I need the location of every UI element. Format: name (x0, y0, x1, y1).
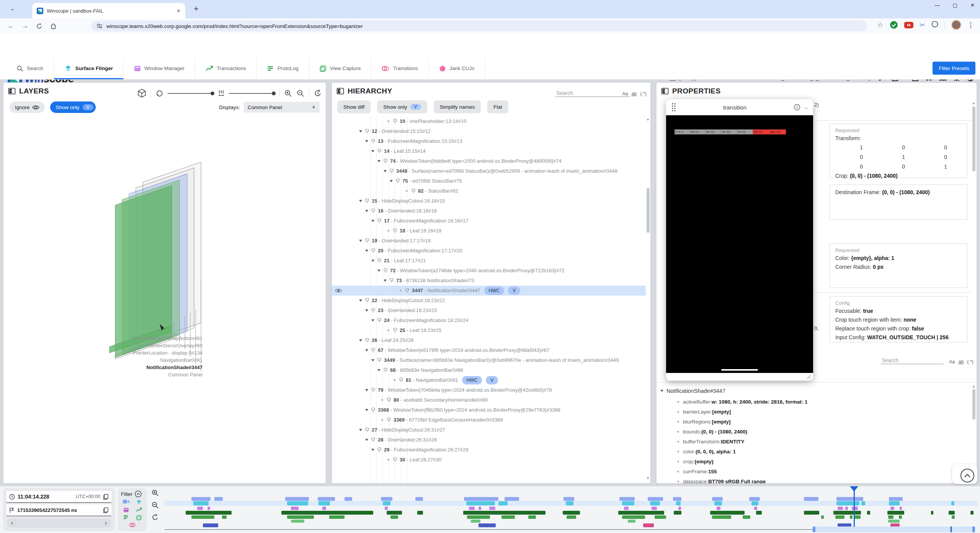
back-icon[interactable]: ← (8, 22, 14, 30)
tree-node-23[interactable]: 23 - OneHanded:18:23#23 (332, 306, 646, 316)
tree-node-73[interactable]: 73 - 8736138 NotificationShade#73 (332, 276, 646, 286)
trace-segment-transactions[interactable] (833, 511, 861, 515)
trace-segment-transactions[interactable] (417, 511, 423, 515)
url-bar[interactable]: winscope.teams.x20web.corp.google.com/pr… (91, 21, 867, 31)
spacing-slider[interactable] (229, 93, 275, 94)
trace-segment-protolog[interactable] (821, 515, 824, 519)
trace-segment-surface-flinger[interactable] (836, 501, 859, 505)
expand-caret-icon[interactable] (359, 299, 362, 302)
expand-caret-icon[interactable] (359, 130, 362, 132)
trace-segment-window-manager[interactable] (197, 507, 203, 510)
trace-segment-window-manager[interactable] (845, 507, 848, 510)
trace-segment-protolog[interactable] (222, 515, 227, 519)
property-row-color[interactable]: color: (0, 0, 0), alpha: 1 (677, 446, 971, 456)
trace-segment-window-manager[interactable] (652, 507, 657, 510)
trace-segment-surface-flinger[interactable] (889, 501, 900, 505)
tree-node-16[interactable]: 16 - OneHanded:16:16#16 (332, 206, 646, 216)
trace-segment-screen-recording[interactable] (191, 497, 211, 501)
close-icon[interactable]: ✕ (970, 2, 975, 8)
trace-segment-screen-recording[interactable] (285, 497, 309, 501)
trace-segment-transactions[interactable] (387, 511, 402, 515)
hierarchy-button-show-diff[interactable]: Show diff (337, 100, 371, 113)
property-row-currFrame[interactable]: currFrame: 155 (677, 466, 971, 476)
nav-tab-transactions[interactable]: Transactions (195, 57, 257, 79)
maximize-icon[interactable]: ▢ (953, 2, 957, 8)
trace-segment-transactions[interactable] (618, 511, 664, 515)
tree-node-14[interactable]: 14 - Leaf:15:15#14 (332, 146, 646, 156)
scroll-up-icon[interactable]: ▲ (972, 384, 975, 388)
layer-rect-label[interactable]: NavigationBar0#81 (160, 357, 203, 363)
expand-caret-icon[interactable] (377, 270, 381, 272)
hierarchy-button-show-only[interactable]: Show onlyV (377, 100, 427, 113)
trace-segment-window-manager[interactable] (385, 507, 388, 510)
tree-node-3448[interactable]: 3448 - Surface(name=ed70f88 StatusBar)/@… (332, 166, 646, 176)
scroll-down-icon[interactable]: ▼ (646, 476, 650, 480)
tree-node-27[interactable]: 27 - HideDisplayCutout:26:31#27 (332, 425, 646, 435)
tree-node-26[interactable]: 26 - Leaf:24:25#26 (332, 335, 646, 345)
trace-segment-protolog[interactable] (952, 515, 955, 519)
surface-flinger-trace-icon[interactable] (136, 499, 142, 505)
trace-segment-protolog[interactable] (743, 515, 750, 519)
properties-scrollbar[interactable] (972, 106, 975, 172)
property-row-barrierLayer[interactable]: barrierLayer: [empty] (677, 407, 971, 417)
view-capture-trace-icon[interactable] (136, 515, 142, 520)
tree-node-82[interactable]: 82 - StatusBar#82 (332, 186, 646, 196)
next-frame-button[interactable]: › (105, 520, 107, 526)
trace-segment-window-manager[interactable] (900, 507, 902, 510)
window-manager-trace-icon[interactable] (123, 507, 129, 513)
trace-segment-protolog[interactable] (287, 515, 314, 519)
expand-caret-icon[interactable] (371, 150, 374, 152)
properties-search-input[interactable] (881, 357, 944, 364)
expand-caret-icon[interactable] (359, 240, 362, 242)
panel-icon[interactable] (336, 87, 344, 95)
expand-caret-icon[interactable] (365, 309, 368, 312)
layer-rect-label[interactable]: NotificationShade#3447 (146, 365, 203, 370)
trace-segment-protolog[interactable] (390, 515, 398, 519)
timeline-cursor-handle[interactable] (850, 486, 858, 492)
expand-caret-icon[interactable] (359, 200, 362, 202)
trace-segment-screen-recording[interactable] (836, 497, 863, 501)
transactions-trace-icon[interactable] (136, 507, 142, 512)
trace-segment-view-capture[interactable] (628, 520, 635, 523)
trace-segment-protolog[interactable] (888, 515, 893, 519)
trace-segment-transactions[interactable] (463, 511, 546, 515)
trace-segment-screen-recording[interactable] (415, 497, 423, 501)
trace-segment-window-manager[interactable] (207, 507, 210, 510)
trace-segment-window-manager[interactable] (890, 507, 894, 510)
tree-node-18[interactable]: 18 - Leaf:16:16#18 (332, 226, 646, 236)
tree-node-74[interactable]: 74 - WindowToken{fdddbe6 type=2000 andro… (332, 156, 646, 166)
trace-segment-protolog[interactable] (854, 515, 861, 519)
trace-segment-screen-recording[interactable] (214, 497, 223, 501)
tree-node-3447[interactable]: 3447 - NotificationShade#3447HWCV (332, 286, 646, 296)
trace-segment-protolog[interactable] (835, 515, 844, 519)
nav-tab-window-manager[interactable]: Window Manager (124, 57, 195, 79)
layer-rect-label[interactable]: Common Panel (168, 372, 203, 378)
trace-segment-view-capture[interactable] (888, 520, 900, 523)
trace-segment-screen-recording[interactable] (712, 497, 723, 501)
scroll-up-icon[interactable]: ▲ (646, 117, 650, 121)
tree-node-21[interactable]: 21 - Leaf:17:17#21 (332, 256, 646, 266)
collapse-caret[interactable] (660, 390, 663, 392)
expand-caret-icon[interactable] (359, 429, 362, 431)
match-case-toggle[interactable]: Aa (622, 91, 628, 96)
trace-segment-window-manager[interactable] (678, 507, 681, 510)
tree-node-22[interactable]: 22 - HideDisplayCutout:18:23#22 (332, 296, 646, 306)
resize-handle-icon[interactable] (807, 374, 811, 379)
expand-caret-icon[interactable] (371, 220, 374, 222)
trace-segment-surface-flinger[interactable] (466, 501, 495, 505)
trace-segment-transactions[interactable] (674, 511, 681, 515)
trace-segment-transactions[interactable] (867, 511, 870, 515)
trace-segment-transitions[interactable] (203, 523, 218, 527)
expand-caret-icon[interactable] (384, 170, 387, 172)
tree-node-3449[interactable]: 3449 - Surface(name=885b63e NavigationBa… (332, 355, 646, 365)
trace-segment-surface-flinger[interactable] (383, 501, 390, 505)
hierarchy-button-simplify-names[interactable]: Simplify names (434, 100, 481, 113)
details-scrollbar[interactable] (972, 389, 975, 420)
trace-segment-transactions[interactable] (186, 511, 232, 515)
trace-segment-window-manager[interactable] (322, 507, 326, 510)
show-only-toggle[interactable]: Show only V (50, 101, 95, 113)
trace-segment-protolog[interactable] (622, 515, 645, 519)
tree-node-68[interactable]: 68 - 885b63e NavigationBar0#68 (332, 365, 646, 375)
trace-segment-surface-flinger[interactable] (566, 501, 573, 505)
expand-caret-icon[interactable] (377, 369, 381, 371)
